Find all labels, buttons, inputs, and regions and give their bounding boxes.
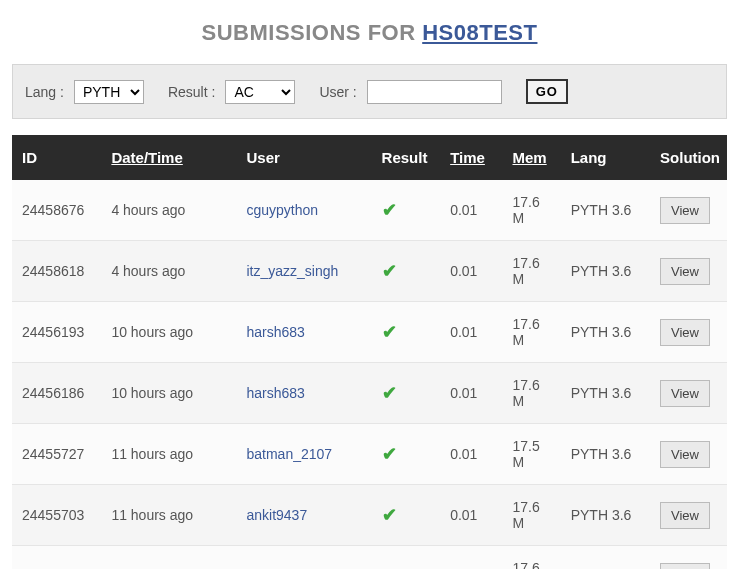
- view-button[interactable]: View: [660, 258, 710, 285]
- table-header-row: ID Date/Time User Result Time Mem Lang S…: [12, 135, 727, 180]
- cell-datetime: 4 hours ago: [101, 241, 236, 302]
- table-row: 2445619310 hours agoharsh683✔0.0117.6MPY…: [12, 302, 727, 363]
- user-link[interactable]: cguypython: [246, 202, 318, 218]
- cell-user: batman_2107: [236, 424, 371, 485]
- cell-result: ✔: [372, 180, 441, 241]
- cell-datetime: 10 hours ago: [101, 363, 236, 424]
- cell-solution: View: [650, 485, 727, 546]
- cell-user: ankit9437: [236, 485, 371, 546]
- cell-user: 1★jaggu4329: [236, 546, 371, 570]
- cell-lang: PYTH 3.6: [561, 241, 650, 302]
- check-icon: ✔: [382, 322, 397, 342]
- result-select[interactable]: AC: [225, 80, 295, 104]
- cell-lang: PYTH 3.6: [561, 546, 650, 570]
- table-row: 2445618610 hours agoharsh683✔0.0117.6MPY…: [12, 363, 727, 424]
- submissions-table: ID Date/Time User Result Time Mem Lang S…: [12, 135, 727, 569]
- cell-lang: PYTH 3.6: [561, 302, 650, 363]
- cell-time: 0.01: [440, 241, 502, 302]
- user-link[interactable]: itz_yazz_singh: [246, 263, 338, 279]
- cell-mem: 17.6M: [502, 485, 560, 546]
- cell-datetime: 4 hours ago: [101, 180, 236, 241]
- check-icon: ✔: [382, 200, 397, 220]
- cell-solution: View: [650, 363, 727, 424]
- user-label: User :: [319, 84, 356, 100]
- cell-solution: View: [650, 546, 727, 570]
- cell-mem: 17.6M: [502, 302, 560, 363]
- check-icon: ✔: [382, 444, 397, 464]
- view-button[interactable]: View: [660, 380, 710, 407]
- check-icon: ✔: [382, 261, 397, 281]
- cell-time: 0.01: [440, 180, 502, 241]
- check-icon: ✔: [382, 505, 397, 525]
- header-id: ID: [12, 135, 101, 180]
- cell-mem: 17.6M: [502, 546, 560, 570]
- cell-result: ✔: [372, 485, 441, 546]
- page-title: SUBMISSIONS FOR HS08TEST: [12, 20, 727, 46]
- view-button[interactable]: View: [660, 502, 710, 529]
- cell-result: ✔: [372, 241, 441, 302]
- cell-result: ✔: [372, 302, 441, 363]
- cell-solution: View: [650, 180, 727, 241]
- table-row: 2445429714 hours ago1★jaggu4329✔0.0117.6…: [12, 546, 727, 570]
- view-button[interactable]: View: [660, 563, 710, 570]
- user-input[interactable]: [367, 80, 502, 104]
- check-icon: ✔: [382, 383, 397, 403]
- cell-user: harsh683: [236, 363, 371, 424]
- cell-time: 0.01: [440, 424, 502, 485]
- cell-id: 24458676: [12, 180, 101, 241]
- cell-lang: PYTH 3.6: [561, 180, 650, 241]
- cell-time: 0.01: [440, 302, 502, 363]
- cell-id: 24455727: [12, 424, 101, 485]
- header-time[interactable]: Time: [440, 135, 502, 180]
- cell-mem: 17.6M: [502, 241, 560, 302]
- table-row: 2445570311 hours agoankit9437✔0.0117.6MP…: [12, 485, 727, 546]
- user-link[interactable]: harsh683: [246, 385, 304, 401]
- cell-user: cguypython: [236, 180, 371, 241]
- cell-datetime: 14 hours ago: [101, 546, 236, 570]
- user-link[interactable]: harsh683: [246, 324, 304, 340]
- header-datetime[interactable]: Date/Time: [101, 135, 236, 180]
- cell-time: 0.01: [440, 363, 502, 424]
- header-solution: Solution: [650, 135, 727, 180]
- header-mem[interactable]: Mem: [502, 135, 560, 180]
- cell-datetime: 11 hours ago: [101, 424, 236, 485]
- cell-id: 24458618: [12, 241, 101, 302]
- cell-lang: PYTH 3.6: [561, 424, 650, 485]
- user-link[interactable]: ankit9437: [246, 507, 307, 523]
- problem-code-link[interactable]: HS08TEST: [422, 20, 537, 45]
- cell-id: 24455703: [12, 485, 101, 546]
- lang-label: Lang :: [25, 84, 64, 100]
- header-result: Result: [372, 135, 441, 180]
- cell-result: ✔: [372, 546, 441, 570]
- cell-id: 24454297: [12, 546, 101, 570]
- cell-mem: 17.6M: [502, 363, 560, 424]
- cell-result: ✔: [372, 363, 441, 424]
- view-button[interactable]: View: [660, 319, 710, 346]
- cell-id: 24456193: [12, 302, 101, 363]
- cell-user: itz_yazz_singh: [236, 241, 371, 302]
- title-prefix: SUBMISSIONS FOR: [202, 20, 423, 45]
- cell-id: 24456186: [12, 363, 101, 424]
- header-lang: Lang: [561, 135, 650, 180]
- view-button[interactable]: View: [660, 197, 710, 224]
- cell-mem: 17.6M: [502, 180, 560, 241]
- table-row: 244586764 hours agocguypython✔0.0117.6MP…: [12, 180, 727, 241]
- go-button[interactable]: GO: [526, 79, 568, 104]
- cell-time: 0.01: [440, 546, 502, 570]
- cell-lang: PYTH 3.6: [561, 485, 650, 546]
- table-row: 244586184 hours agoitz_yazz_singh✔0.0117…: [12, 241, 727, 302]
- view-button[interactable]: View: [660, 441, 710, 468]
- result-label: Result :: [168, 84, 215, 100]
- cell-datetime: 10 hours ago: [101, 302, 236, 363]
- cell-user: harsh683: [236, 302, 371, 363]
- cell-solution: View: [650, 424, 727, 485]
- cell-time: 0.01: [440, 485, 502, 546]
- user-link[interactable]: batman_2107: [246, 446, 332, 462]
- cell-lang: PYTH 3.6: [561, 363, 650, 424]
- table-row: 2445572711 hours agobatman_2107✔0.0117.5…: [12, 424, 727, 485]
- filter-bar: Lang : PYTH Result : AC User : GO: [12, 64, 727, 119]
- cell-mem: 17.5M: [502, 424, 560, 485]
- header-user: User: [236, 135, 371, 180]
- lang-select[interactable]: PYTH: [74, 80, 144, 104]
- cell-solution: View: [650, 302, 727, 363]
